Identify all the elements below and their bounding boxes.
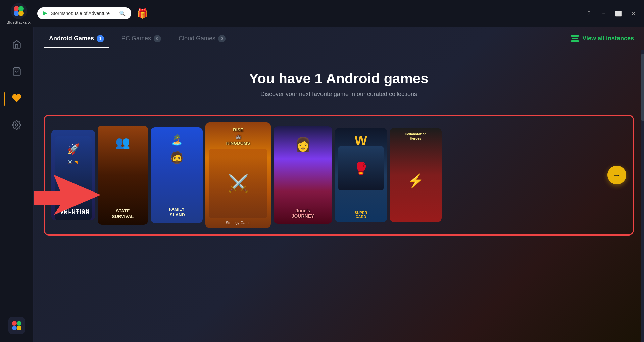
- logo-area: BlueStacks X: [7, 3, 31, 24]
- svg-point-11: [17, 326, 21, 330]
- svg-marker-12: [34, 175, 101, 215]
- svg-point-3: [14, 11, 19, 16]
- tab-android-games[interactable]: Android Games 1: [44, 32, 109, 45]
- sidebar-item-settings[interactable]: [8, 118, 25, 134]
- hero-subtitle: Discover your next favorite game in our …: [34, 91, 644, 98]
- svg-point-8: [12, 321, 17, 326]
- scrollbar[interactable]: [641, 50, 644, 342]
- pc-games-label: PC Games: [121, 35, 151, 42]
- cloud-games-label: Cloud Games: [179, 35, 215, 42]
- svg-point-6: [15, 124, 18, 126]
- svg-point-0: [11, 3, 27, 19]
- carousel-next-button[interactable]: →: [607, 166, 626, 184]
- carousel-inner: 🚀 ⚔️ 🔫 EVOLUTION 👥 STATESURVIVAL 🏝️ 🧔: [51, 122, 626, 228]
- restore-button[interactable]: ⬜: [614, 9, 623, 17]
- minimize-button[interactable]: −: [600, 9, 608, 17]
- carousel-container: 🚀 ⚔️ 🔫 EVOLUTION 👥 STATESURVIVAL 🏝️ 🧔: [44, 115, 634, 236]
- home-icon: [12, 40, 21, 51]
- android-games-label: Android Games: [49, 35, 94, 42]
- sidebar-item-home[interactable]: [8, 37, 25, 54]
- svg-point-4: [18, 11, 24, 16]
- tab-bar: Android Games 1 PC Games 0 Cloud Games 0…: [34, 27, 644, 50]
- heart-icon: [12, 93, 21, 105]
- help-button[interactable]: ?: [585, 9, 593, 17]
- sidebar-bottom: [8, 317, 25, 335]
- tab-cloud-games[interactable]: Cloud Games 0: [173, 32, 231, 45]
- gift-icon[interactable]: 🎁: [137, 8, 148, 19]
- game-card-wwe-super[interactable]: W 🥊 SUPERCARD: [335, 128, 387, 222]
- annotation-arrow: [34, 171, 101, 225]
- game-card-collab-heroes[interactable]: CollaborationHeroes ⚡: [390, 128, 442, 222]
- svg-point-1: [14, 6, 19, 11]
- svg-point-2: [18, 6, 24, 11]
- game-card-rise-kingdoms[interactable]: RISE 🏰 KINGDOMS ⚔️ Strategy Game: [205, 122, 271, 228]
- hero-section: You have 1 Android games Discover your n…: [34, 50, 644, 108]
- tab-pc-games[interactable]: PC Games 0: [116, 32, 166, 45]
- bluestacks-logo-icon: [10, 3, 27, 19]
- bluestacks-small-logo: [8, 317, 25, 334]
- bluestacks-logo-text: BlueStacks X: [7, 20, 31, 24]
- title-bar: BlueStacks X 🔍 🎁 ? − ⬜ ✕: [0, 0, 644, 27]
- hero-title: You have 1 Android games: [34, 71, 644, 87]
- search-input[interactable]: [51, 11, 116, 16]
- search-bar[interactable]: 🔍: [37, 7, 131, 19]
- game-card-state-survival[interactable]: 👥 STATESURVIVAL: [98, 126, 148, 225]
- sidebar: [0, 27, 34, 342]
- sidebar-item-favorites[interactable]: [8, 91, 25, 108]
- sidebar-item-store[interactable]: [8, 64, 25, 81]
- svg-point-9: [17, 321, 21, 326]
- google-play-icon: [43, 10, 48, 17]
- close-button[interactable]: ✕: [629, 9, 637, 17]
- window-controls: ? − ⬜ ✕: [585, 9, 637, 17]
- layers-icon: [571, 35, 579, 42]
- view-instances-label: View all instances: [582, 35, 634, 42]
- main-content: Android Games 1 PC Games 0 Cloud Games 0…: [34, 27, 644, 342]
- store-icon: [12, 67, 21, 78]
- game-card-junes-journey[interactable]: 👩 June'sJOURNEY: [274, 126, 332, 224]
- svg-rect-7: [8, 317, 25, 334]
- view-instances-button[interactable]: View all instances: [571, 35, 634, 42]
- scrollbar-thumb[interactable]: [641, 54, 644, 121]
- android-games-badge: 1: [97, 35, 104, 42]
- game-card-family-island[interactable]: 🏝️ 🧔 FAMILYISLAND: [151, 127, 203, 223]
- settings-icon: [12, 120, 21, 132]
- svg-point-10: [12, 326, 17, 330]
- search-icon[interactable]: 🔍: [119, 10, 126, 17]
- cloud-games-badge: 0: [218, 35, 226, 42]
- pc-games-badge: 0: [154, 35, 161, 42]
